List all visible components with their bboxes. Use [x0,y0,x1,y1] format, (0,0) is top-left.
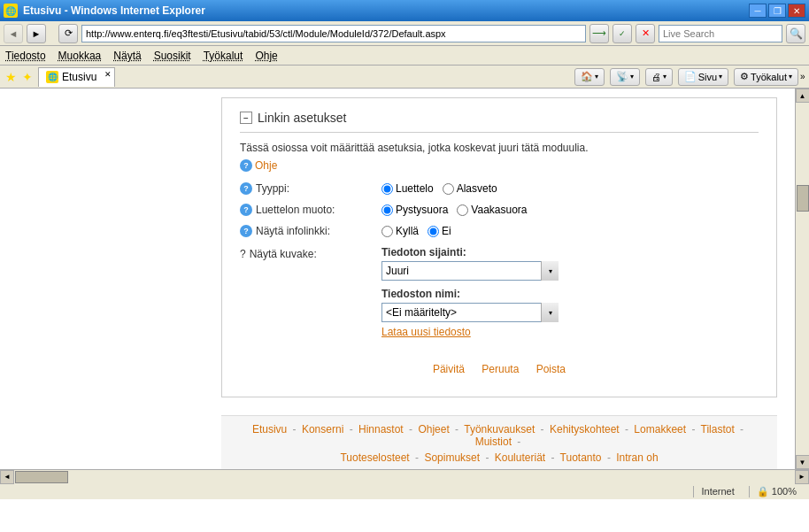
footer-konserni[interactable]: Konserni [302,423,343,436]
rss-button[interactable]: 📡 ▾ [610,68,640,86]
tyyppi-alasveto-radio[interactable] [443,183,454,195]
cancel-button[interactable]: Peruuta [482,363,519,375]
ei-option[interactable]: Ei [428,225,451,237]
menu-suosikit[interactable]: Suosikit [154,50,191,62]
footer-tuotanto[interactable]: Tuotanto [560,451,602,464]
tiedoston-nimi-select[interactable]: <Ei määritelty> [381,303,559,322]
footer-links: Etusivu - Konserni - Hinnastot - Ohjeet … [239,423,759,448]
sijainti-select[interactable]: Juuri [381,261,559,281]
footer-muistiot[interactable]: Muistiot [475,436,512,448]
tiedoston-nimi-group: Tiedoston nimi: <Ei määritelty> ▾ Lataa … [381,288,559,338]
settings-title: Linkin asetukset [258,111,346,125]
rss-dropdown-icon: ▾ [630,73,634,81]
scroll-left-button[interactable]: ◄ [0,470,14,484]
tyyppi-alasveto-option[interactable]: Alasveto [443,182,497,195]
help-link[interactable]: ? Ohje [240,159,759,172]
kylla-option[interactable]: Kyllä [381,225,419,237]
menu-tyokalut[interactable]: Työkalut [204,50,243,62]
tyyppi-luettelo-radio[interactable] [381,183,393,195]
footer-intranoh[interactable]: Intran oh [616,451,658,464]
print-dropdown-icon: ▾ [663,73,666,81]
vaakasuora-radio[interactable] [457,204,468,216]
favorites-bar: ★ ✦ 🌐 Etusivu ✕ 🏠 ▾ 📡 ▾ 🖨 ▾ 📄 Sivu ▾ ⚙ T… [0,66,809,89]
refresh2-button[interactable]: ✓ [613,24,632,43]
page-button[interactable]: 📄 Sivu ▾ [678,68,728,86]
kuvake-row: ? Näytä kuvake: Tiedoton sijainti: Juuri [240,246,759,345]
toolbar-expand-button[interactable]: » [800,72,804,81]
add-favorite-icon[interactable]: ✦ [22,70,33,84]
go-button[interactable]: ⟶ [589,24,609,43]
page-icon: 📄 [684,71,697,82]
collapse-icon[interactable]: − [240,112,252,124]
sijainti-group: Tiedoton sijainti: Juuri ▾ [381,246,559,281]
menu-tiedosto[interactable]: Tiedosto [5,50,46,62]
status-bar: Internet 🔒 100% [0,483,809,499]
scroll-thumb[interactable] [797,185,809,212]
page-label: Sivu [698,72,717,82]
content-area: − Linkin asetukset Tässä osiossa voit mä… [0,89,809,469]
infolinkki-label: ? Näytä infolinkki: [240,225,381,237]
tab-icon: 🌐 [46,71,58,83]
back-button[interactable]: ◄ [4,24,23,43]
favorites-star-icon[interactable]: ★ [5,70,17,84]
footer-sopimukset[interactable]: Sopimukset [424,451,480,464]
vertical-scrollbar[interactable]: ▲ ▼ [795,89,809,469]
vaakasuora-option[interactable]: Vaakasuora [457,204,527,216]
footer-hinnastot[interactable]: Hinnastot [358,423,404,436]
address-input[interactable] [81,25,586,42]
footer-kouluteriaat[interactable]: Kouluteriät [495,451,545,464]
scroll-down-button[interactable]: ▼ [796,455,810,469]
forward-button[interactable]: ► [27,24,46,43]
stop-button[interactable]: ✕ [636,24,655,43]
search-go-button[interactable]: 🔍 [786,24,805,43]
pystysuora-radio[interactable] [381,204,393,216]
settings-header: − Linkin asetukset [240,111,759,133]
tyyppi-luettelo-option[interactable]: Luettelo [381,182,434,195]
delete-button[interactable]: Poista [536,363,566,375]
footer-lomakkeet[interactable]: Lomakkeet [634,423,686,436]
kylla-radio[interactable] [381,226,393,237]
settings-box: − Linkin asetukset Tässä osiossa voit mä… [221,97,777,397]
tyyppi-row: ? Tyyppi: Luettelo Alasveto [240,182,759,195]
rss-icon: 📡 [616,71,628,82]
tools-button[interactable]: ⚙ Työkalut ▾ [734,68,798,86]
menu-nayta[interactable]: Näytä [113,50,141,62]
print-button[interactable]: 🖨 ▾ [645,68,673,86]
footer-ohjeet[interactable]: Ohjeet [418,423,449,436]
print-icon: 🖨 [651,72,661,82]
minimize-button[interactable]: ─ [749,4,767,18]
scroll-thumb-h[interactable] [15,471,68,483]
tab-label: Etusivu [62,71,96,83]
footer-kehityskohteet[interactable]: Kehityskohteet [550,423,620,436]
save-button[interactable]: Päivitä [433,363,465,375]
menu-bar: Tiedosto Muokkaa Näytä Suosikit Työkalut… [0,46,809,66]
main-panel: − Linkin asetukset Tässä osiossa voit mä… [204,89,795,469]
help-link-label: Ohje [255,159,277,172]
refresh-button[interactable]: ⟳ [58,24,78,43]
menu-muokkaa[interactable]: Muokkaa [58,50,102,62]
close-button[interactable]: ✕ [788,4,805,18]
tab-etusivu[interactable]: 🌐 Etusivu ✕ [38,67,115,87]
footer-tilastot[interactable]: Tilastot [701,423,735,436]
pystysuora-option[interactable]: Pystysuora [381,204,448,216]
action-row: Päivitä Peruuta Poista [240,363,759,375]
menu-ohje[interactable]: Ohje [255,50,277,62]
dropdown-arrow: ▾ [595,73,598,81]
search-input[interactable] [659,25,782,42]
kuvake-label: ? Näytä kuvake: [240,246,381,260]
tab-close-icon[interactable]: ✕ [104,70,112,79]
footer-tuoteselosteet[interactable]: Tuoteselosteet [340,451,409,464]
restore-button[interactable]: ❐ [768,4,786,18]
footer-etusivu[interactable]: Etusivu [252,423,287,436]
help-icon: ? [240,159,252,172]
ei-radio[interactable] [428,226,439,237]
home-button[interactable]: 🏠 ▾ [574,68,605,86]
footer-tyonkuvaukset[interactable]: Työnkuvaukset [464,423,535,436]
scroll-up-button[interactable]: ▲ [796,89,810,103]
kuvake-help-icon: ? [240,248,246,260]
scroll-right-button[interactable]: ► [795,470,809,484]
upload-link[interactable]: Lataa uusi tiedosto [381,326,559,338]
horizontal-scrollbar[interactable]: ◄ ► [0,469,809,483]
zone-zoom: 🔒 100% [749,486,804,497]
infolinkki-controls: Kyllä Ei [381,225,451,237]
